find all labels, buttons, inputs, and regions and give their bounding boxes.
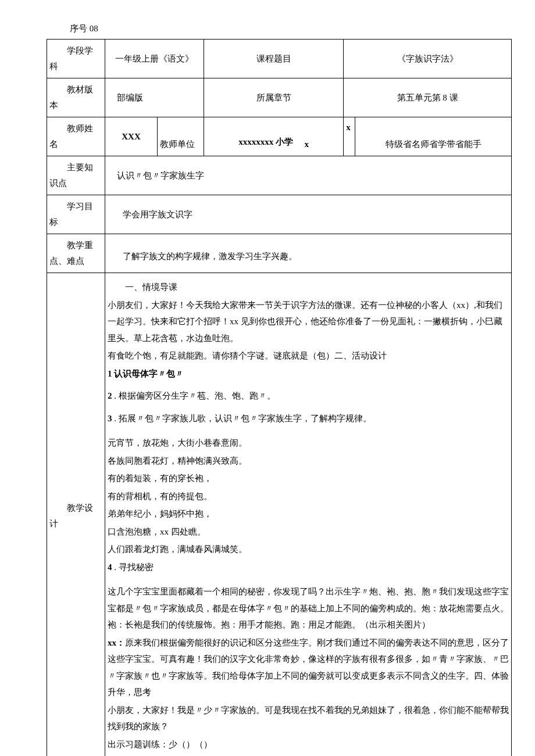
teacher-unit-value: xxxxxxxx 小学 x xyxy=(204,117,344,156)
poem-line: 弟弟年纪小，妈妈怀中抱， xyxy=(108,506,509,522)
textbook-version-label: 教材版 本 xyxy=(47,78,105,117)
teaching-design-label: 教学设 计 xyxy=(47,273,105,757)
teacher-name-value: XXX xyxy=(105,117,158,156)
chapter-label: 所属章节 xyxy=(204,78,344,117)
list-item: 4 . 寻找秘密 xyxy=(108,559,509,576)
table-row: 学习目 标 学会用字族文识字 xyxy=(47,195,512,234)
list-item: 2 . 根据偏旁区分生字〃苞、泡、饱、跑〃。 xyxy=(108,388,509,404)
key-points-value: 认识〃包〃字家族生字 xyxy=(105,156,512,195)
paragraph: 这几个字宝宝里面都藏着一个相同的秘密，你发现了吗？出示生字〃炮、袍、抱、胞〃我们… xyxy=(108,583,509,633)
difficulty-value: 了解字族文的构字规律，激发学习生字兴趣。 xyxy=(105,234,512,273)
section-title: 一、情境导课 xyxy=(108,279,509,296)
paragraph: 有食吃个饱，有足就能跑。请你猜个字谜。谜底就是（包）二、活动设计 xyxy=(108,347,509,364)
poem-line: 元宵节，放花炮，大街小巷春意闹。 xyxy=(108,435,509,452)
table-row: 教师姓 名 XXX 教师单位 xxxxxxxx 小学 x x 特级省名师省学带省… xyxy=(47,117,512,156)
chapter-value: 第五单元第 8 课 xyxy=(344,78,512,117)
learning-goal-label: 学习目 标 xyxy=(47,195,105,234)
x-mark-cell: x xyxy=(344,117,355,156)
teaching-design-content: 一、情境导课 小朋友们，大家好！今天我给大家带来一节关于识字方法的微课。还有一位… xyxy=(105,273,512,757)
subject-grade-label: 学段学 科 xyxy=(47,40,105,78)
subject-grade-value: 一年级上册《语文》 xyxy=(105,40,204,78)
poem-line: 口含泡泡糖，xx 四处瞧。 xyxy=(108,524,509,540)
textbook-version-value: 部编版 xyxy=(105,78,204,117)
paragraph: xx：原来我们根据偏旁能很好的识记和区分这些生字。刚才我们通过不同的偏旁表达不同… xyxy=(108,635,509,701)
serial-number: 序号 08 xyxy=(23,23,512,34)
difficulty-label: 教学重 点、难点 xyxy=(47,234,105,273)
lesson-plan-table: 学段学 科 一年级上册《语文》 课程题目 《字族识字法》 教材版 本 部编版 所… xyxy=(47,39,512,756)
table-row: 教学设 计 一、情境导课 小朋友们，大家好！今天我给大家带来一节关于识字方法的微… xyxy=(47,273,512,757)
paragraph: 小朋友们，大家好！今天我给大家带来一节关于识字方法的微课。还有一位神秘的小客人（… xyxy=(108,297,509,347)
table-row: 教学重 点、难点 了解字族文的构字规律，激发学习生字兴趣。 xyxy=(47,234,512,273)
course-title-label: 课程题目 xyxy=(204,40,344,78)
poem-line: 人们跟着龙灯跑，满城春风满城笑。 xyxy=(108,541,509,558)
learning-goal-value: 学会用字族文识字 xyxy=(105,195,512,234)
table-row: 教材版 本 部编版 所属章节 第五单元第 8 课 xyxy=(47,78,512,117)
poem-line: 有的着短装，有的穿长袍， xyxy=(108,470,509,487)
table-row: 主要知 识点 认识〃包〃字家族生字 xyxy=(47,156,512,195)
teacher-unit-label: 教师单位 xyxy=(158,117,204,156)
course-title-value: 《字族识字法》 xyxy=(344,40,512,78)
table-row: 学段学 科 一年级上册《语文》 课程题目 《字族识字法》 xyxy=(47,40,512,78)
poem-line: 有的背相机，有的挎提包。 xyxy=(108,488,509,505)
paragraph: 出示习题训练：少（）（） xyxy=(108,736,509,753)
list-item: 1 认识母体字〃包〃 xyxy=(108,366,509,382)
teacher-title-value: 特级省名师省学带省能手 xyxy=(355,117,512,156)
list-item: 3 . 拓展〃包〃字家族儿歌，认识〃包〃字家族生字，了解构字规律。 xyxy=(108,410,509,427)
key-points-label: 主要知 识点 xyxy=(47,156,105,195)
teacher-name-label: 教师姓 名 xyxy=(47,117,105,156)
paragraph: 小朋友，大家好！我是〃少〃字家族的。可是我现在找不着我的兄弟姐妹了，很着急，你们… xyxy=(108,702,509,735)
poem-line: 各族同胞看花灯，精神饱满兴致高。 xyxy=(108,453,509,470)
